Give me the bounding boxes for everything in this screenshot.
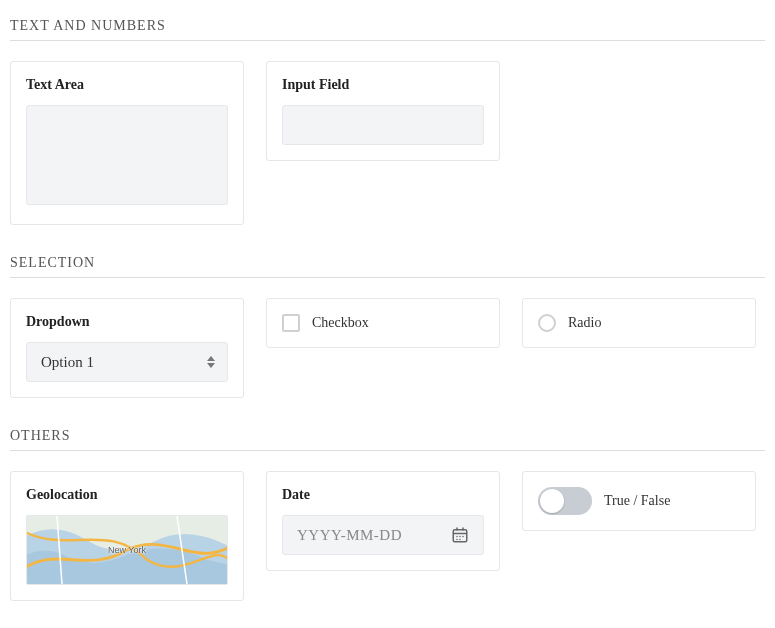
card-geolocation: Geolocation New York bbox=[10, 471, 244, 601]
section-divider bbox=[10, 450, 765, 451]
date-label: Date bbox=[282, 487, 484, 503]
section-divider bbox=[10, 277, 765, 278]
date-input[interactable]: YYYY-MM-DD bbox=[282, 515, 484, 555]
toggle-switch[interactable] bbox=[538, 487, 592, 515]
dropdown-select[interactable]: Option 1 bbox=[26, 342, 228, 382]
checkbox-input[interactable] bbox=[282, 314, 300, 332]
text-input[interactable] bbox=[282, 105, 484, 145]
input-field-label: Input Field bbox=[282, 77, 484, 93]
row-selection: Dropdown Option 1 Checkbox Radio bbox=[10, 298, 765, 398]
card-checkbox: Checkbox bbox=[266, 298, 500, 348]
calendar-icon bbox=[451, 526, 469, 544]
radio-input[interactable] bbox=[538, 314, 556, 332]
map-widget[interactable]: New York bbox=[26, 515, 228, 585]
geolocation-label: Geolocation bbox=[26, 487, 228, 503]
date-placeholder-text: YYYY-MM-DD bbox=[297, 527, 451, 544]
card-text-area: Text Area bbox=[10, 61, 244, 225]
section-title-others: OTHERS bbox=[10, 428, 765, 444]
section-title-text-numbers: TEXT AND NUMBERS bbox=[10, 18, 765, 34]
svg-point-5 bbox=[456, 536, 458, 538]
row-others: Geolocation New York Date YYYY-MM-DD bbox=[10, 471, 765, 601]
radio-label: Radio bbox=[568, 315, 601, 331]
text-area-input[interactable] bbox=[26, 105, 228, 205]
row-text-numbers: Text Area Input Field bbox=[10, 61, 765, 225]
card-input-field: Input Field bbox=[266, 61, 500, 161]
svg-point-8 bbox=[456, 539, 458, 541]
dropdown-label: Dropdown bbox=[26, 314, 228, 330]
select-caret-icon bbox=[207, 356, 215, 368]
svg-point-6 bbox=[459, 536, 461, 538]
checkbox-label: Checkbox bbox=[312, 315, 369, 331]
card-radio: Radio bbox=[522, 298, 756, 348]
text-area-label: Text Area bbox=[26, 77, 228, 93]
toggle-label: True / False bbox=[604, 493, 670, 509]
toggle-knob bbox=[540, 489, 564, 513]
card-toggle: True / False bbox=[522, 471, 756, 531]
section-divider bbox=[10, 40, 765, 41]
section-title-selection: SELECTION bbox=[10, 255, 765, 271]
svg-point-9 bbox=[459, 539, 461, 541]
map-center-label: New York bbox=[108, 545, 146, 555]
dropdown-selected-value: Option 1 bbox=[41, 354, 94, 371]
card-date: Date YYYY-MM-DD bbox=[266, 471, 500, 571]
card-dropdown: Dropdown Option 1 bbox=[10, 298, 244, 398]
svg-point-7 bbox=[462, 536, 464, 538]
